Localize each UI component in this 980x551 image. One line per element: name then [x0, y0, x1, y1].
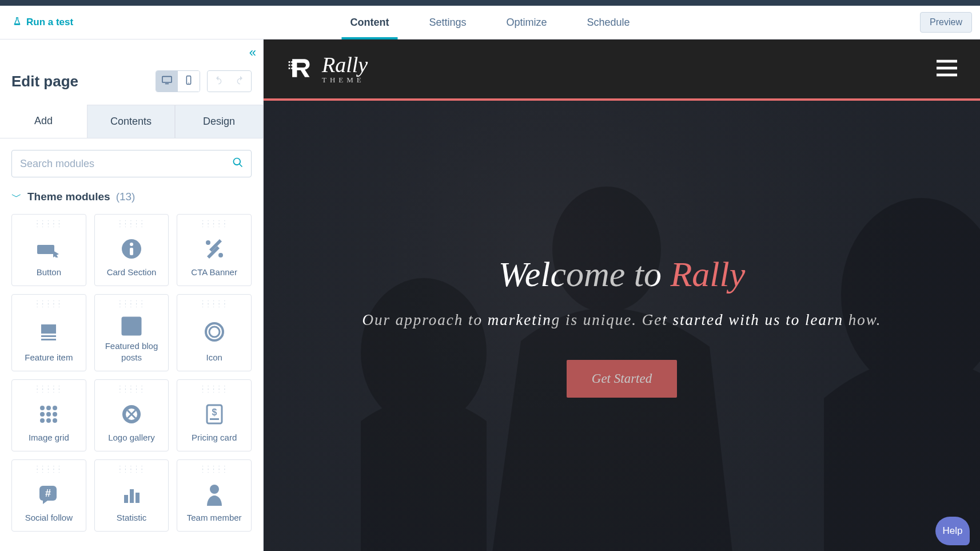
undo-redo-group: [207, 70, 252, 92]
svg-rect-43: [289, 64, 290, 66]
editor-tabs: Content Settings Optimize Schedule: [350, 6, 630, 39]
module-icon: [121, 400, 142, 429]
module-logo-gallery[interactable]: : : : : :: : : : :Logo gallery: [94, 379, 169, 451]
tab-content[interactable]: Content: [350, 6, 389, 39]
flask-icon: [13, 17, 22, 29]
module-button[interactable]: : : : : :: : : : :Button: [11, 214, 86, 286]
svg-point-6: [130, 243, 133, 246]
module-feature-item[interactable]: : : : : :: : : : :Feature item: [11, 294, 86, 371]
svg-rect-10: [41, 324, 56, 334]
drag-grip-icon: : : : : :: : : : :: [202, 386, 226, 393]
hero-background-art: [264, 101, 980, 551]
preview-button[interactable]: Preview: [920, 12, 972, 33]
page-preview-canvas: Rally THEME: [264, 39, 980, 551]
module-featured-blog-posts[interactable]: : : : : :: : : : :Featured blog posts: [94, 294, 169, 371]
svg-rect-51: [937, 73, 957, 76]
module-icon: $: [205, 400, 224, 429]
hamburger-icon: [937, 69, 957, 78]
module-label: Card Section: [107, 267, 157, 278]
module-social-follow[interactable]: : : : : :: : : : :#Social follow: [11, 459, 86, 532]
run-test-label: Run a test: [26, 17, 73, 28]
subtab-design[interactable]: Design: [175, 105, 263, 138]
module-team-member[interactable]: : : : : :: : : : :Team member: [177, 459, 252, 532]
svg-point-27: [40, 418, 45, 423]
drag-grip-icon: : : : : :: : : : :: [119, 300, 144, 307]
svg-rect-7: [130, 248, 133, 255]
module-icon: [121, 235, 142, 263]
mobile-icon: [183, 76, 194, 87]
desktop-view-button[interactable]: [156, 71, 178, 92]
module-card-section[interactable]: : : : : :: : : : :Card Section: [94, 214, 169, 286]
module-icon: #: [37, 480, 60, 509]
redo-button[interactable]: [229, 71, 251, 92]
help-button[interactable]: Help: [935, 517, 970, 545]
svg-point-26: [53, 412, 57, 417]
svg-point-9: [218, 253, 223, 257]
tab-schedule[interactable]: Schedule: [587, 6, 630, 39]
drag-grip-icon: : : : : :: : : : :: [202, 300, 226, 307]
module-icon: [205, 480, 224, 509]
section-title: Theme modules: [27, 191, 110, 203]
module-icon: [204, 235, 225, 263]
undo-button[interactable]: [208, 71, 229, 92]
module-search-wrap: [11, 150, 252, 177]
sidebar-subtabs: Add Contents Design: [0, 105, 263, 138]
app-chrome-strip: [0, 0, 980, 6]
module-icon: [121, 480, 142, 509]
module-icon: [38, 318, 59, 346]
module-label: Featured blog posts: [99, 340, 164, 363]
module-search-input[interactable]: [11, 150, 252, 177]
module-label: Social follow: [25, 512, 73, 524]
module-icon: [120, 312, 143, 340]
run-test-button[interactable]: Run a test: [13, 17, 73, 29]
module-label: Button: [37, 267, 61, 278]
logo-mark-icon: [286, 55, 313, 84]
svg-rect-4: [37, 245, 54, 254]
svg-rect-49: [937, 60, 957, 62]
subtab-add[interactable]: Add: [0, 105, 87, 138]
svg-text:#: #: [45, 487, 51, 499]
svg-rect-11: [41, 335, 56, 337]
site-menu-button[interactable]: [937, 60, 957, 79]
svg-rect-34: [210, 418, 219, 420]
svg-rect-0: [162, 77, 172, 82]
svg-rect-42: [291, 61, 293, 63]
module-label: Logo gallery: [108, 432, 155, 443]
module-label: Icon: [206, 352, 222, 363]
svg-rect-38: [130, 489, 134, 503]
mobile-view-button[interactable]: [178, 71, 200, 92]
drag-grip-icon: : : : : :: : : : :: [37, 220, 61, 227]
svg-point-3: [188, 82, 189, 83]
svg-point-22: [46, 406, 51, 410]
svg-point-25: [46, 412, 51, 417]
svg-point-21: [40, 406, 45, 410]
module-label: Statistic: [117, 512, 147, 524]
logo-sub: THEME: [322, 76, 368, 85]
subtab-contents[interactable]: Contents: [87, 105, 175, 138]
sidebar-title: Edit page: [11, 73, 78, 90]
tab-settings[interactable]: Settings: [429, 6, 466, 39]
module-icon[interactable]: : : : : :: : : : :Icon: [177, 294, 252, 371]
module-pricing-card[interactable]: : : : : :: : : : :$Pricing card: [177, 379, 252, 451]
drag-grip-icon: : : : : :: : : : :: [37, 386, 61, 393]
module-label: Feature item: [25, 352, 73, 363]
svg-rect-48: [294, 68, 296, 69]
drag-grip-icon: : : : : :: : : : :: [37, 300, 61, 307]
drag-grip-icon: : : : : :: : : : :: [119, 466, 144, 473]
module-label: CTA Banner: [191, 267, 237, 278]
module-cta-banner[interactable]: : : : : :: : : : :CTA Banner: [177, 214, 252, 286]
site-logo[interactable]: Rally THEME: [286, 54, 368, 85]
collapse-sidebar-button[interactable]: «: [249, 45, 256, 60]
module-statistic[interactable]: : : : : :: : : : :Statistic: [94, 459, 169, 532]
tab-optimize[interactable]: Optimize: [506, 6, 547, 39]
drag-grip-icon: : : : : :: : : : :: [119, 220, 144, 227]
svg-rect-1: [165, 84, 169, 85]
sidebar-body: ﹀ Theme modules (13) : : : : :: : : : :B…: [0, 138, 263, 551]
svg-point-24: [40, 412, 45, 417]
theme-modules-section-toggle[interactable]: ﹀ Theme modules (13): [11, 190, 252, 204]
module-image-grid[interactable]: : : : : :: : : : :Image grid: [11, 379, 86, 451]
svg-rect-41: [289, 61, 290, 63]
svg-rect-44: [291, 64, 293, 66]
logo-text: Rally THEME: [322, 54, 368, 85]
drag-grip-icon: : : : : :: : : : :: [202, 220, 226, 227]
